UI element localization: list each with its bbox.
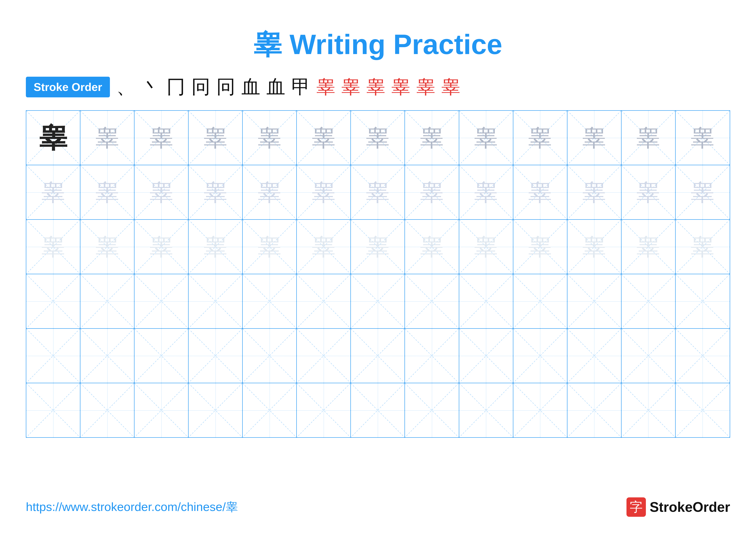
stroke-sequence: 、 丶 冂 冋 冋 血 血 甲 睾 睾 睾 睾 睾 睾 (116, 78, 460, 96)
grid-cell-3-12[interactable]: 睾 (622, 220, 676, 274)
grid-cell-1-7[interactable]: 睾 (351, 111, 405, 165)
grid-cell-5-3[interactable] (134, 329, 189, 383)
grid-cell-6-12[interactable] (622, 383, 676, 437)
grid-cell-4-4[interactable] (189, 274, 243, 328)
svg-line-142 (351, 383, 405, 437)
grid-cell-3-3[interactable]: 睾 (134, 220, 189, 274)
grid-cell-3-2[interactable]: 睾 (80, 220, 134, 274)
grid-cell-6-8[interactable] (405, 383, 459, 437)
grid-cell-5-4[interactable] (189, 329, 243, 383)
grid-cell-2-9[interactable]: 睾 (459, 165, 513, 219)
grid-cell-1-1[interactable]: 睾 (26, 111, 80, 165)
stroke-7: 血 (266, 78, 285, 96)
grid-cell-5-13[interactable] (676, 329, 730, 383)
char-2-11: 睾 (582, 181, 606, 204)
grid-cell-2-10[interactable]: 睾 (513, 165, 567, 219)
grid-cell-5-7[interactable] (351, 329, 405, 383)
grid-cell-6-4[interactable] (189, 383, 243, 437)
grid-cell-4-7[interactable] (351, 274, 405, 328)
grid-cell-5-12[interactable] (622, 329, 676, 383)
grid-cell-3-13[interactable]: 睾 (676, 220, 730, 274)
char-2-3: 睾 (149, 181, 173, 204)
grid-cell-6-2[interactable] (80, 383, 134, 437)
svg-line-136 (189, 383, 242, 437)
char-2-12: 睾 (636, 181, 660, 204)
grid-cell-4-9[interactable] (459, 274, 513, 328)
grid-cell-1-3[interactable]: 睾 (134, 111, 189, 165)
grid-cell-5-5[interactable] (243, 329, 297, 383)
grid-cell-6-5[interactable] (243, 383, 297, 437)
svg-line-120 (459, 329, 513, 383)
grid-cell-2-1[interactable]: 睾 (26, 165, 80, 219)
grid-cell-1-4[interactable]: 睾 (189, 111, 243, 165)
svg-line-80 (80, 274, 134, 328)
grid-cell-6-13[interactable] (676, 383, 730, 437)
grid-cell-2-5[interactable]: 睾 (243, 165, 297, 219)
grid-cell-2-12[interactable]: 睾 (622, 165, 676, 219)
grid-cell-6-6[interactable] (297, 383, 351, 437)
grid-cell-3-10[interactable]: 睾 (513, 220, 567, 274)
grid-cell-6-1[interactable] (26, 383, 80, 437)
grid-cell-2-3[interactable]: 睾 (134, 165, 189, 219)
grid-cell-5-11[interactable] (567, 329, 622, 383)
grid-cell-6-3[interactable] (134, 383, 189, 437)
grid-cell-3-7[interactable]: 睾 (351, 220, 405, 274)
grid-cell-1-12[interactable]: 睾 (622, 111, 676, 165)
grid-cell-5-1[interactable] (26, 329, 80, 383)
grid-cell-5-2[interactable] (80, 329, 134, 383)
svg-line-99 (567, 274, 621, 328)
grid-cell-4-5[interactable] (243, 274, 297, 328)
grid-cell-4-2[interactable] (80, 274, 134, 328)
svg-line-133 (80, 383, 134, 437)
grid-cell-5-6[interactable] (297, 329, 351, 383)
grid-cell-3-6[interactable]: 睾 (297, 220, 351, 274)
grid-cell-6-9[interactable] (459, 383, 513, 437)
grid-cell-1-10[interactable]: 睾 (513, 111, 567, 165)
grid-cell-3-5[interactable]: 睾 (243, 220, 297, 274)
grid-row-5 (26, 329, 730, 383)
grid-cell-3-4[interactable]: 睾 (189, 220, 243, 274)
grid-cell-1-2[interactable]: 睾 (80, 111, 134, 165)
char-2-5: 睾 (258, 181, 282, 204)
grid-cell-2-6[interactable]: 睾 (297, 165, 351, 219)
grid-cell-6-7[interactable] (351, 383, 405, 437)
title-char: 睾 (254, 29, 282, 60)
grid-cell-2-11[interactable]: 睾 (567, 165, 622, 219)
grid-cell-1-5[interactable]: 睾 (243, 111, 297, 165)
grid-cell-4-8[interactable] (405, 274, 459, 328)
grid-cell-5-10[interactable] (513, 329, 567, 383)
grid-cell-3-1[interactable]: 睾 (26, 220, 80, 274)
stroke-11: 睾 (366, 78, 385, 96)
grid-cell-4-6[interactable] (297, 274, 351, 328)
char-3-7: 睾 (366, 235, 390, 259)
grid-cell-2-4[interactable]: 睾 (189, 165, 243, 219)
grid-cell-1-11[interactable]: 睾 (567, 111, 622, 165)
svg-line-130 (26, 383, 80, 437)
grid-cell-4-10[interactable] (513, 274, 567, 328)
grid-cell-6-11[interactable] (567, 383, 622, 437)
grid-cell-1-13[interactable]: 睾 (676, 111, 730, 165)
svg-line-122 (513, 329, 567, 383)
svg-line-88 (297, 274, 350, 328)
grid-cell-4-11[interactable] (567, 274, 622, 328)
grid-cell-1-9[interactable]: 睾 (459, 111, 513, 165)
grid-cell-3-11[interactable]: 睾 (567, 220, 622, 274)
grid-cell-2-7[interactable]: 睾 (351, 165, 405, 219)
grid-cell-4-13[interactable] (676, 274, 730, 328)
grid-cell-5-9[interactable] (459, 329, 513, 383)
footer-url-link[interactable]: https://www.strokeorder.com/chinese/睾 (26, 499, 238, 515)
grid-cell-3-9[interactable]: 睾 (459, 220, 513, 274)
grid-cell-4-1[interactable] (26, 274, 80, 328)
grid-cell-5-8[interactable] (405, 329, 459, 383)
grid-cell-2-8[interactable]: 睾 (405, 165, 459, 219)
grid-cell-4-3[interactable] (134, 274, 189, 328)
grid-cell-1-8[interactable]: 睾 (405, 111, 459, 165)
grid-cell-4-12[interactable] (622, 274, 676, 328)
grid-cell-3-8[interactable]: 睾 (405, 220, 459, 274)
grid-cell-2-2[interactable]: 睾 (80, 165, 134, 219)
grid-cell-2-13[interactable]: 睾 (676, 165, 730, 219)
svg-line-131 (26, 383, 80, 437)
grid-cell-6-10[interactable] (513, 383, 567, 437)
grid-cell-1-6[interactable]: 睾 (297, 111, 351, 165)
svg-line-91 (351, 274, 405, 328)
